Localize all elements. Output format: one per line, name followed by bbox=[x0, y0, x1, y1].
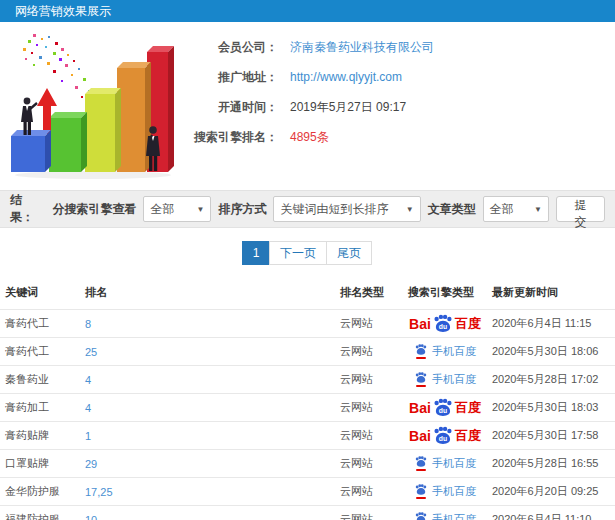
engine-cell: 手机百度 bbox=[403, 338, 487, 366]
promo-url-label: 推广地址： bbox=[178, 70, 278, 84]
rank-cell: 4 bbox=[80, 394, 335, 422]
baidu-paw-icon: du bbox=[432, 314, 454, 334]
baidu-cn-text: 百度 bbox=[455, 317, 481, 330]
bar-orange bbox=[117, 62, 151, 172]
mobile-baidu-label: 手机百度 bbox=[432, 486, 476, 497]
engine-cell: 手机百度 bbox=[403, 506, 487, 520]
last-page-button[interactable]: 尾页 bbox=[326, 241, 372, 265]
baidu-du-text: du bbox=[439, 435, 447, 442]
mobile-baidu-logo: 手机百度 bbox=[414, 456, 476, 471]
chevron-down-icon: ▼ bbox=[534, 205, 542, 214]
table-row: 口罩贴牌 29 云网站 手机百度 2020年5月28日 16:55 bbox=[0, 450, 615, 478]
sort-select-value: 关键词由短到长排序 bbox=[280, 201, 388, 218]
rank-link[interactable]: 10 bbox=[85, 514, 97, 520]
bar-green bbox=[49, 112, 87, 172]
open-time-value: 2019年5月27日 09:17 bbox=[290, 100, 406, 114]
rank-cell: 29 bbox=[80, 450, 335, 478]
article-type-select[interactable]: 全部 ▼ bbox=[483, 196, 549, 222]
chevron-down-icon: ▼ bbox=[406, 205, 414, 214]
rank-type-cell: 云网站 bbox=[335, 422, 403, 450]
confetti-dots bbox=[23, 34, 95, 104]
engine-cell: 手机百度 bbox=[403, 478, 487, 506]
baidu-du-text: du bbox=[439, 407, 447, 414]
engine-cell: 手机百度 bbox=[403, 450, 487, 478]
article-type-select-value: 全部 bbox=[490, 201, 514, 218]
engine-rank-count: 4895条 bbox=[290, 130, 329, 144]
mobile-baidu-paw-icon bbox=[414, 372, 428, 387]
baidu-latin-text: Bai bbox=[409, 317, 431, 331]
sort-filter-label: 排序方式 bbox=[218, 201, 266, 218]
baidu-paw-icon: du bbox=[432, 426, 454, 446]
mobile-baidu-paw-icon bbox=[414, 512, 428, 520]
keyword-ranking-table: 关键词 排名 排名类型 搜索引擎类型 最新更新时间 膏药代工 8 云网站 Bai… bbox=[0, 277, 615, 520]
open-time-label: 开通时间： bbox=[178, 100, 278, 114]
keyword-cell: 口罩贴牌 bbox=[0, 450, 80, 478]
sort-select[interactable]: 关键词由短到长排序 ▼ bbox=[273, 196, 420, 222]
updated-cell: 2020年6月4日 11:15 bbox=[487, 310, 615, 338]
next-page-button[interactable]: 下一页 bbox=[269, 241, 327, 265]
bar-blue bbox=[11, 130, 51, 172]
member-company-link[interactable]: 济南秦鲁药业科技有限公司 bbox=[290, 40, 434, 54]
engine-select[interactable]: 全部 ▼ bbox=[143, 196, 211, 222]
promo-url-link[interactable]: http://www.qlyyjt.com bbox=[290, 70, 402, 84]
updated-cell: 2020年5月28日 16:55 bbox=[487, 450, 615, 478]
engine-select-value: 全部 bbox=[150, 201, 174, 218]
rank-type-cell: 云网站 bbox=[335, 338, 403, 366]
keyword-cell: 膏药代工 bbox=[0, 310, 80, 338]
page-button-current[interactable]: 1 bbox=[242, 241, 270, 265]
mobile-baidu-paw-icon bbox=[414, 484, 428, 499]
col-header-rank-type: 排名类型 bbox=[335, 277, 403, 310]
engine-cell: Bai du 百度 bbox=[403, 310, 487, 338]
rank-type-cell: 云网站 bbox=[335, 394, 403, 422]
mobile-baidu-logo: 手机百度 bbox=[414, 484, 476, 499]
page-header: 网络营销效果展示 bbox=[0, 0, 615, 22]
rank-link[interactable]: 4 bbox=[85, 374, 91, 386]
rank-type-cell: 云网站 bbox=[335, 450, 403, 478]
rank-type-cell: 云网站 bbox=[335, 366, 403, 394]
baidu-latin-text: Bai bbox=[409, 429, 431, 443]
col-header-engine-type: 搜索引擎类型 bbox=[403, 277, 487, 310]
mobile-baidu-logo: 手机百度 bbox=[414, 512, 476, 520]
updated-cell: 2020年5月28日 17:02 bbox=[487, 366, 615, 394]
page-title: 网络营销效果展示 bbox=[15, 4, 111, 18]
bar-yellow bbox=[85, 88, 121, 172]
member-info-fields: 会员公司： 济南秦鲁药业科技有限公司 推广地址： http://www.qlyy… bbox=[178, 30, 605, 190]
updated-cell: 2020年5月30日 18:06 bbox=[487, 338, 615, 366]
submit-button[interactable]: 提交 bbox=[556, 196, 605, 222]
rank-type-cell: 云网站 bbox=[335, 506, 403, 520]
baidu-cn-text: 百度 bbox=[455, 401, 481, 414]
baidu-cn-text: 百度 bbox=[455, 429, 481, 442]
mobile-baidu-label: 手机百度 bbox=[432, 514, 476, 520]
col-header-keyword: 关键词 bbox=[0, 277, 80, 310]
engine-rank-row: 搜索引擎排名： 4895条 bbox=[178, 130, 605, 144]
engine-filter-label: 分搜索引擎查看 bbox=[52, 201, 136, 218]
open-time-row: 开通时间： 2019年5月27日 09:17 bbox=[178, 100, 605, 114]
table-row: 膏药代工 25 云网站 手机百度 2020年5月30日 18:06 bbox=[0, 338, 615, 366]
rank-link[interactable]: 4 bbox=[85, 402, 91, 414]
marketing-chart-illustration bbox=[0, 30, 178, 182]
member-company-label: 会员公司： bbox=[178, 40, 278, 54]
rank-link[interactable]: 8 bbox=[85, 318, 91, 330]
table-row: 膏药加工 4 云网站 Bai du 百度 2020年5月30日 18:03 bbox=[0, 394, 615, 422]
rank-link[interactable]: 25 bbox=[85, 346, 97, 358]
table-row: 秦鲁药业 4 云网站 手机百度 2020年5月28日 17:02 bbox=[0, 366, 615, 394]
rank-link[interactable]: 1 bbox=[85, 430, 91, 442]
keyword-cell: 膏药代工 bbox=[0, 338, 80, 366]
baidu-logo: Bai du 百度 bbox=[409, 398, 481, 418]
rank-link[interactable]: 29 bbox=[85, 458, 97, 470]
engine-cell: 手机百度 bbox=[403, 366, 487, 394]
keyword-cell: 膏药贴牌 bbox=[0, 422, 80, 450]
baidu-du-text: du bbox=[439, 323, 447, 330]
mobile-baidu-label: 手机百度 bbox=[432, 346, 476, 357]
keyword-cell: 秦鲁药业 bbox=[0, 366, 80, 394]
table-header-row: 关键词 排名 排名类型 搜索引擎类型 最新更新时间 bbox=[0, 277, 615, 310]
businessman-figure-left bbox=[21, 98, 37, 135]
promo-url-row: 推广地址： http://www.qlyyjt.com bbox=[178, 70, 605, 84]
rank-cell: 1 bbox=[80, 422, 335, 450]
rank-cell: 25 bbox=[80, 338, 335, 366]
mobile-baidu-logo: 手机百度 bbox=[414, 372, 476, 387]
mobile-baidu-label: 手机百度 bbox=[432, 458, 476, 469]
keyword-cell: 福建防护服 bbox=[0, 506, 80, 520]
rank-type-cell: 云网站 bbox=[335, 310, 403, 338]
rank-link[interactable]: 17,25 bbox=[85, 486, 113, 498]
